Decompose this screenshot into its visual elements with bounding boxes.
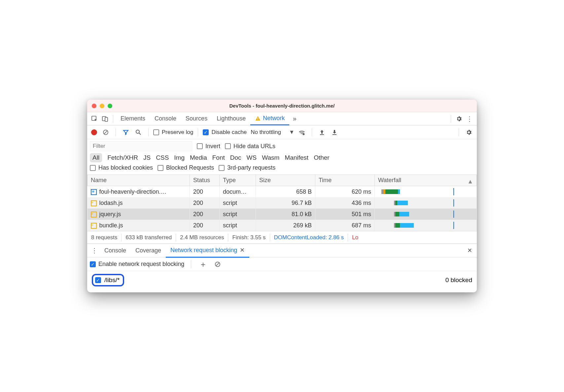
waterfall-cell xyxy=(378,188,473,195)
tab-lighthouse[interactable]: Lighthouse xyxy=(212,112,250,125)
document-file-icon xyxy=(91,189,97,195)
invert-toggle[interactable]: Invert xyxy=(197,143,220,150)
network-conditions-icon[interactable] xyxy=(297,127,307,138)
filter-input[interactable] xyxy=(90,141,192,151)
warning-icon xyxy=(255,115,261,121)
record-button[interactable] xyxy=(91,129,97,135)
table-row[interactable]: lodash.js 200 script 96.7 kB 436 ms xyxy=(88,197,477,209)
network-toolbar: Preserve log ✓ Disable cache No throttli… xyxy=(87,125,477,139)
svg-rect-2 xyxy=(105,117,108,121)
throttling-label: No throttling xyxy=(251,129,281,136)
cell-time: 501 ms xyxy=(315,209,375,220)
filter-cat-other[interactable]: Other xyxy=(314,154,330,161)
filter-cat-fetchxhr[interactable]: Fetch/XHR xyxy=(107,154,138,161)
drawer-tab-request-blocking[interactable]: Network request blocking ✕ xyxy=(166,244,249,258)
cell-type: script xyxy=(220,220,256,231)
filter-cat-ws[interactable]: WS xyxy=(247,154,257,161)
cell-type: script xyxy=(220,197,256,209)
third-party-toggle[interactable]: 3rd-party requests xyxy=(219,164,275,171)
checkbox-icon xyxy=(90,165,96,171)
inspect-element-icon[interactable] xyxy=(89,114,100,124)
status-finish: Finish: 3.55 s xyxy=(228,234,270,242)
filter-categories: All Fetch/XHR JS CSS Img Media Font Doc … xyxy=(90,153,474,162)
drawer-tab-coverage[interactable]: Coverage xyxy=(131,244,166,257)
filter-cat-manifest[interactable]: Manifest xyxy=(285,154,308,161)
filter-cat-doc[interactable]: Doc xyxy=(230,154,241,161)
status-requests: 8 requests xyxy=(87,234,122,242)
checkbox-icon xyxy=(225,143,231,149)
filter-cat-media[interactable]: Media xyxy=(190,154,207,161)
cell-type: docum… xyxy=(220,186,256,198)
disable-cache-toggle[interactable]: ✓ Disable cache xyxy=(203,129,247,136)
status-resources: 2.4 MB resources xyxy=(176,234,228,242)
cell-time: 436 ms xyxy=(315,197,375,209)
device-toggle-icon[interactable] xyxy=(100,114,110,124)
drawer-kebab-icon[interactable]: ⋮ xyxy=(89,245,100,256)
hide-data-urls-toggle[interactable]: Hide data URLs xyxy=(225,143,275,150)
waterfall-cell xyxy=(378,222,473,229)
hide-data-label: Hide data URLs xyxy=(233,143,275,150)
blocked-requests-toggle[interactable]: Blocked Requests xyxy=(158,164,214,171)
svg-line-13 xyxy=(216,263,219,266)
col-name[interactable]: Name xyxy=(88,175,190,186)
filter-cat-css[interactable]: CSS xyxy=(156,154,169,161)
window-title: DevTools - foul-heavenly-direction.glitc… xyxy=(87,103,477,109)
cell-status: 200 xyxy=(190,197,220,209)
disable-cache-label: Disable cache xyxy=(211,129,247,136)
invert-label: Invert xyxy=(205,143,220,150)
waterfall-cell xyxy=(378,199,473,207)
search-icon[interactable] xyxy=(133,127,144,138)
titlebar: DevTools - foul-heavenly-direction.glitc… xyxy=(87,100,477,112)
checkbox-icon xyxy=(153,129,159,135)
close-tab-icon[interactable]: ✕ xyxy=(240,246,245,254)
col-type[interactable]: Type xyxy=(220,175,256,186)
pattern-text: /libs/* xyxy=(104,277,120,284)
checkbox-checked-icon: ✓ xyxy=(90,261,96,267)
upload-har-icon[interactable] xyxy=(317,127,327,138)
add-pattern-icon[interactable]: ＋ xyxy=(198,259,208,270)
throttling-dropdown[interactable]: No throttling ▼ xyxy=(251,129,295,136)
cell-name: jquery.js xyxy=(99,211,121,217)
table-row[interactable]: foul-heavenly-direction.… 200 docum… 658… xyxy=(88,186,477,198)
tab-console[interactable]: Console xyxy=(150,112,181,125)
col-waterfall-label: Waterfall xyxy=(378,177,401,183)
filter-cat-font[interactable]: Font xyxy=(212,154,225,161)
script-file-icon xyxy=(91,200,97,206)
network-status-bar: 8 requests 633 kB transferred 2.4 MB res… xyxy=(87,231,477,244)
table-row[interactable]: jquery.js 200 script 81.0 kB 501 ms xyxy=(88,209,477,220)
settings-gear-icon[interactable] xyxy=(454,114,464,124)
col-status[interactable]: Status xyxy=(190,175,220,186)
more-tabs-icon[interactable]: » xyxy=(289,114,300,124)
cell-type: script xyxy=(220,209,256,220)
download-har-icon[interactable] xyxy=(329,127,340,138)
pattern-entry-highlighted[interactable]: ✓ /libs/* xyxy=(92,274,124,286)
tab-network[interactable]: Network xyxy=(250,112,289,125)
clear-patterns-icon[interactable] xyxy=(212,259,223,270)
drawer-tab-console[interactable]: Console xyxy=(100,244,131,257)
status-load: Lo xyxy=(348,234,362,242)
col-waterfall[interactable]: Waterfall▲ xyxy=(375,175,477,186)
status-domcontentloaded: DOMContentLoaded: 2.86 s xyxy=(270,234,348,242)
clear-icon[interactable] xyxy=(100,127,111,138)
blocked-cookies-toggle[interactable]: Has blocked cookies xyxy=(90,164,153,171)
col-time[interactable]: Time xyxy=(315,175,375,186)
svg-line-8 xyxy=(139,133,141,135)
close-drawer-icon[interactable]: ✕ xyxy=(464,245,475,256)
checkbox-checked-icon: ✓ xyxy=(203,129,209,135)
tab-sources[interactable]: Sources xyxy=(181,112,212,125)
filter-cat-img[interactable]: Img xyxy=(174,154,185,161)
tab-network-label: Network xyxy=(263,115,285,122)
network-settings-gear-icon[interactable] xyxy=(464,127,474,138)
table-row[interactable]: bundle.js 200 script 269 kB 687 ms xyxy=(88,220,477,231)
table-header-row: Name Status Type Size Time Waterfall▲ xyxy=(88,175,477,186)
preserve-log-toggle[interactable]: Preserve log xyxy=(153,129,193,136)
filter-funnel-icon[interactable] xyxy=(121,127,131,138)
filter-cat-all[interactable]: All xyxy=(90,153,102,162)
script-file-icon xyxy=(91,223,97,229)
filter-cat-js[interactable]: JS xyxy=(143,154,151,161)
enable-blocking-toggle[interactable]: ✓ Enable network request blocking xyxy=(90,261,184,268)
kebab-menu-icon[interactable]: ⋮ xyxy=(464,114,475,124)
col-size[interactable]: Size xyxy=(256,175,315,186)
tab-elements[interactable]: Elements xyxy=(116,112,150,125)
filter-cat-wasm[interactable]: Wasm xyxy=(262,154,279,161)
